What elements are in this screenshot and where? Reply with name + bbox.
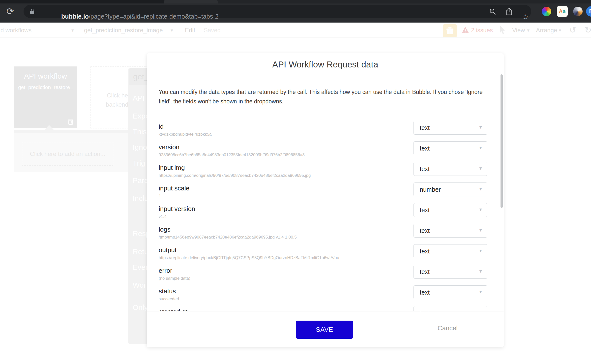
- type-dropdown-value: text: [420, 309, 430, 311]
- url-host: bubble.io: [61, 13, 89, 20]
- browser-tab-strip: [0, 0, 591, 3]
- dictionary-extension-icon[interactable]: Aa: [557, 6, 568, 17]
- url-text: bubble.io/page?type=api&id=replicate-dem…: [61, 13, 218, 20]
- field-sample-value: xtvgzkbbqhublqyteiruzpkk5a: [159, 132, 212, 137]
- field-row: logs /tmp/tmp1456ep9w9087eeacb7420e486ef…: [147, 224, 504, 241]
- dropdown-caret-icon: ▼: [478, 269, 483, 274]
- field-label: logs: [159, 226, 171, 233]
- field-sample-value: 1: [159, 194, 161, 199]
- type-dropdown[interactable]: text ▼: [414, 224, 487, 238]
- profile-avatar[interactable]: D: [586, 6, 591, 17]
- field-row: id xtvgzkbbqhublqyteiruzpkk5a text ▼: [147, 121, 504, 138]
- dropdown-caret-icon: ▼: [478, 248, 483, 253]
- modal-description: You can modify the data types that are r…: [159, 87, 483, 106]
- field-sample-value: succeeded: [159, 297, 179, 302]
- field-sample-value: https://replicate.delivery/pbxt/BjGRTjqf…: [159, 255, 343, 260]
- dropdown-caret-icon: ▼: [478, 146, 483, 151]
- field-row: status succeeded text ▼: [147, 285, 504, 303]
- bookmark-star-icon[interactable]: ☆: [522, 12, 529, 21]
- type-dropdown[interactable]: text ▼: [414, 162, 487, 176]
- field-row: input version v1.4 text ▼: [147, 203, 504, 220]
- api-workflow-request-data-modal: You can modify the data types that are r…: [147, 53, 504, 347]
- field-row: input scale 1 number ▼: [147, 182, 504, 200]
- type-dropdown-value: number: [420, 186, 441, 193]
- field-label: error: [159, 267, 172, 274]
- active-tab[interactable]: [164, 0, 218, 3]
- field-sample-value: v1.4: [159, 214, 167, 219]
- reload-icon[interactable]: ⟳: [6, 6, 14, 17]
- type-dropdown-value: text: [420, 248, 430, 255]
- share-icon[interactable]: [505, 7, 513, 16]
- url-bar[interactable]: bubble.io/page?type=api&id=replicate-dem…: [24, 5, 531, 18]
- field-row: input img https://i.pinimg.com/originals…: [147, 162, 504, 179]
- field-label: status: [159, 287, 176, 295]
- dropdown-caret-icon: ▼: [478, 166, 483, 171]
- type-dropdown[interactable]: text ▼: [414, 141, 487, 155]
- type-dropdown[interactable]: text ▼: [414, 285, 487, 299]
- modal-body: You can modify the data types that are r…: [147, 53, 504, 311]
- type-dropdown-value: text: [420, 268, 430, 275]
- browser-chrome: ⟳ bubble.io/page?type=api&id=replicate-d…: [0, 0, 591, 23]
- url-path: /page?type=api&id=replicate-demo&tab=tab…: [89, 13, 218, 20]
- field-label: input scale: [159, 184, 189, 192]
- editor-page: d workflows ▾ get_prediction_restore_ima…: [0, 23, 591, 364]
- app-root: ⟳ bubble.io/page?type=api&id=replicate-d…: [0, 0, 591, 364]
- type-dropdown[interactable]: text ▼: [414, 244, 487, 258]
- field-label: input version: [159, 205, 195, 213]
- field-label: input img: [159, 164, 185, 172]
- field-label: id: [159, 123, 164, 130]
- field-row: output https://replicate.delivery/pbxt/B…: [147, 244, 504, 262]
- type-dropdown-value: text: [420, 289, 430, 296]
- field-row: version 9283608cc6b7be6b65a8e44983db0123…: [147, 141, 504, 159]
- cancel-button[interactable]: Cancel: [438, 324, 458, 332]
- field-sample-value: 9283608cc6b7be6b65a8e44983db012355fde413…: [159, 152, 305, 157]
- type-dropdown[interactable]: text ▼: [414, 265, 487, 279]
- field-row: created at text ▼: [147, 306, 504, 311]
- swirl-extension-icon[interactable]: [573, 7, 583, 16]
- dropdown-caret-icon: ▼: [478, 290, 483, 295]
- modal-title: API Workflow Request data: [147, 60, 504, 69]
- field-row: error (no sample data) text ▼: [147, 265, 504, 282]
- dropdown-caret-icon: ▼: [478, 207, 483, 212]
- type-dropdown-value: text: [420, 124, 430, 131]
- modal-footer: SAVE Cancel: [147, 311, 504, 347]
- type-dropdown-value: text: [420, 165, 430, 173]
- dropdown-caret-icon: ▼: [478, 187, 483, 192]
- field-label: created at: [159, 308, 187, 311]
- field-label: output: [159, 246, 177, 254]
- modal-scrollbar-thumb[interactable]: [501, 74, 503, 208]
- dropdown-caret-icon: ▼: [478, 125, 483, 130]
- dropdown-caret-icon: ▼: [478, 228, 483, 233]
- zoom-out-icon[interactable]: [489, 8, 497, 15]
- dict-letter-A: A: [559, 8, 563, 14]
- lock-icon: [29, 8, 35, 15]
- field-sample-value: (no sample data): [159, 276, 190, 281]
- color-wheel-extension-icon[interactable]: [542, 7, 551, 16]
- type-dropdown-value: text: [420, 227, 430, 234]
- chrome-divider: [0, 22, 591, 23]
- type-dropdown-value: text: [420, 207, 430, 214]
- type-dropdown[interactable]: text ▼: [414, 203, 487, 217]
- field-sample-value: https://i.pinimg.com/originals/90/87/ee/…: [159, 173, 311, 178]
- type-dropdown[interactable]: text ▼: [414, 121, 487, 135]
- type-dropdown[interactable]: number ▼: [414, 182, 487, 196]
- save-button[interactable]: SAVE: [296, 321, 353, 339]
- type-dropdown[interactable]: text ▼: [414, 306, 487, 311]
- field-label: version: [159, 143, 179, 151]
- type-dropdown-value: text: [420, 145, 430, 152]
- field-sample-value: /tmp/tmp1456ep9w9087eeacb7420e486ef2caa2…: [159, 235, 297, 240]
- tab-strip-segment: [218, 0, 591, 3]
- dict-letter-a: a: [563, 8, 566, 14]
